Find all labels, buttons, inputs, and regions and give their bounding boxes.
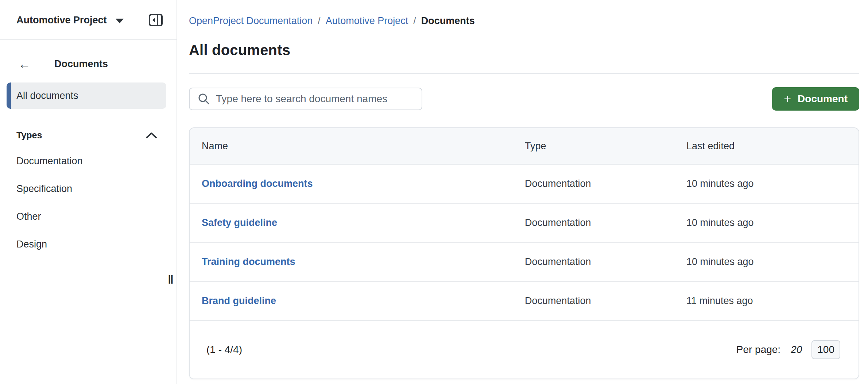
document-last-edited: 10 minutes ago [686,256,859,268]
breadcrumb-link-openproject-documentation[interactable]: OpenProject Documentation [189,15,313,27]
types-section-header[interactable]: Types [0,109,177,141]
sidebar: Automotive Project ← Documents All docum… [0,0,177,384]
sidebar-resize-handle[interactable]: ‖ [168,273,174,287]
pagination-range: (1 - 4/4) [206,344,242,356]
plus-icon: + [784,92,791,105]
document-link-onboarding-documents[interactable]: Onboarding documents [202,178,525,189]
sidebar-item-other[interactable]: Other [0,203,177,230]
column-header-name: Name [202,141,525,152]
document-type: Documentation [525,178,686,189]
documents-header-label: Documents [54,58,108,70]
document-type: Documentation [525,256,686,268]
per-page-label: Per page: [736,344,780,356]
document-link-training-documents[interactable]: Training documents [202,256,525,268]
breadcrumb-link-automotive-project[interactable]: Automotive Project [326,15,408,27]
sidebar-item-all-documents[interactable]: All documents [7,82,166,109]
documents-header: ← Documents [0,40,177,70]
chevron-up-icon[interactable] [145,131,158,139]
sidebar-item-documentation[interactable]: Documentation [0,147,177,175]
search-box[interactable] [189,88,422,110]
project-selector[interactable]: Automotive Project [0,0,177,28]
breadcrumb-separator: / [318,15,321,27]
title-divider [189,73,859,74]
document-link-brand-guideline[interactable]: Brand guideline [202,295,525,307]
breadcrumb-current: Documents [421,15,475,27]
per-page-current-20: 20 [791,344,802,356]
table-row: Onboarding documents Documentation 10 mi… [190,165,859,204]
document-type: Documentation [525,217,686,229]
sidebar-item-design[interactable]: Design [0,230,177,258]
toolbar: + Document [189,87,859,111]
table-row: Safety guideline Documentation 10 minute… [190,204,859,243]
selected-accent-bar [7,82,11,109]
types-list: Documentation Specification Other Design [0,141,177,258]
breadcrumb-separator: / [413,15,416,27]
table-footer: (1 - 4/4) Per page: 20 100 [190,321,859,379]
project-name: Automotive Project [16,15,107,26]
table-header: Name Type Last edited [190,128,859,165]
collapse-sidebar-icon [148,12,163,28]
per-page-control: Per page: 20 100 [736,340,840,359]
table-row: Training documents Documentation 10 minu… [190,243,859,282]
back-arrow-icon[interactable]: ← [18,58,31,70]
add-document-button[interactable]: + Document [772,87,859,111]
search-input[interactable] [216,93,414,105]
sidebar-item-label: All documents [16,90,78,101]
document-last-edited: 11 minutes ago [686,295,859,307]
column-header-last-edited: Last edited [686,141,859,152]
page-title: All documents [189,42,859,58]
document-last-edited: 10 minutes ago [686,178,859,189]
column-header-type: Type [525,141,686,152]
add-document-button-label: Document [798,93,848,105]
types-header-label: Types [16,130,42,141]
sidebar-item-specification[interactable]: Specification [0,175,177,203]
collapse-sidebar-button[interactable] [148,12,163,28]
breadcrumb: OpenProject Documentation / Automotive P… [189,11,859,27]
document-type: Documentation [525,295,686,307]
search-icon [198,93,210,105]
per-page-option-100[interactable]: 100 [811,340,840,359]
document-last-edited: 10 minutes ago [686,217,859,229]
documents-table: Name Type Last edited Onboarding documen… [189,127,859,379]
document-link-safety-guideline[interactable]: Safety guideline [202,217,525,229]
table-row: Brand guideline Documentation 11 minutes… [190,282,859,321]
main-content: OpenProject Documentation / Automotive P… [177,0,868,384]
caret-down-icon [116,19,124,23]
